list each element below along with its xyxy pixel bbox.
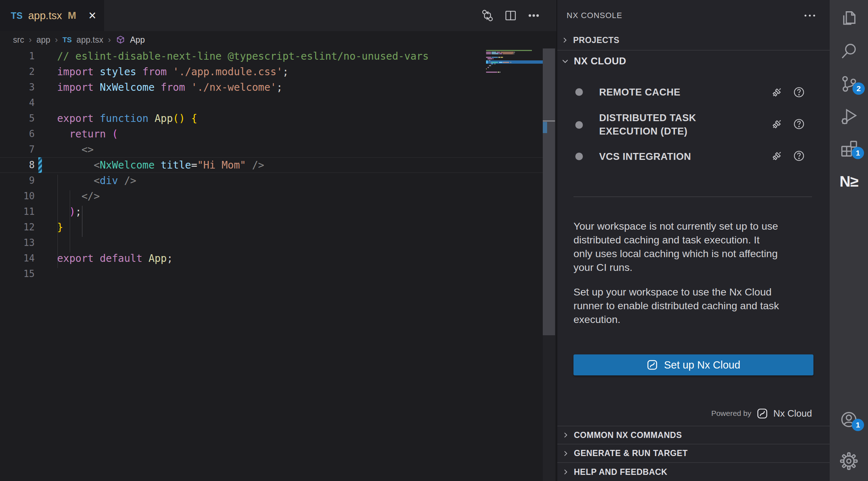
minimap-line [500, 52, 514, 53]
open-changes-icon[interactable] [481, 9, 494, 22]
nx-console-icon[interactable]: N≥ [839, 171, 859, 192]
line-number: 7 [0, 142, 35, 157]
minimap-line [487, 58, 493, 59]
connect-plug-icon[interactable] [771, 86, 783, 98]
line-number: 8 [0, 157, 35, 173]
minimap-modified-marker [486, 60, 488, 64]
feature-row-vcs: VCS INTEGRATION [557, 147, 830, 166]
line-number: 2 [0, 64, 35, 80]
editor-scrollbar[interactable] [543, 48, 555, 481]
help-question-icon[interactable] [793, 118, 805, 130]
extensions-badge: 1 [852, 147, 864, 159]
section-generate-run-target[interactable]: GENERATE & RUN TARGET [557, 444, 830, 462]
setup-button-label: Set up Nx Cloud [664, 359, 740, 371]
powered-by: Powered by Nx Cloud [557, 405, 812, 422]
feature-label: DISTRIBUTED TASK EXECUTION (DTE) [599, 111, 696, 138]
line-numbers-gutter: 123456789101112131415 [0, 48, 35, 282]
symbol-cube-icon [116, 35, 125, 45]
code-line: ); [57, 204, 429, 220]
breadcrumb-src[interactable]: src [13, 35, 24, 45]
explorer-icon[interactable] [839, 9, 859, 29]
split-editor-icon[interactable] [504, 9, 517, 22]
source-control-icon[interactable]: 2 [839, 74, 859, 94]
tab-bar: TS app.tsx M × [0, 0, 557, 31]
breadcrumb-file[interactable]: app.tsx [77, 35, 103, 45]
editor-group: TS app.tsx M × [0, 0, 557, 481]
code-line: <div /> [57, 173, 429, 188]
panel-more-actions-icon[interactable] [804, 11, 816, 20]
minimap-line [489, 65, 491, 66]
minimap-line [514, 53, 514, 54]
breadcrumb-symbol[interactable]: App [130, 35, 145, 45]
code-line: } [57, 220, 429, 235]
powered-by-label: Powered by [711, 409, 751, 418]
status-dot-icon [575, 153, 583, 160]
more-actions-icon[interactable] [527, 9, 541, 22]
connect-plug-icon[interactable] [771, 150, 783, 162]
section-label: PROJECTS [573, 35, 619, 45]
help-question-icon[interactable] [793, 150, 805, 162]
help-question-icon[interactable] [793, 86, 805, 98]
breadcrumb-app[interactable]: app [36, 35, 50, 45]
minimap-line [498, 72, 499, 73]
minimap-line [503, 53, 513, 54]
search-icon[interactable] [839, 41, 859, 61]
minimap-line [486, 50, 532, 51]
tab-app-tsx[interactable]: TS app.tsx M × [0, 0, 104, 31]
code-lines: // eslint-disable-next-line @typescript-… [57, 48, 429, 282]
typescript-file-icon: TS [11, 10, 23, 21]
line-number: 11 [0, 204, 35, 220]
minimap-line [514, 52, 515, 53]
activity-bar: 2 1 N≥ [830, 0, 868, 481]
nx-logo-glyph: N≥ [839, 171, 859, 192]
setup-nx-cloud-button[interactable]: Set up Nx Cloud [573, 354, 813, 375]
overview-ruler-cursor-marker [543, 120, 555, 122]
feature-label: VCS INTEGRATION [599, 150, 691, 163]
section-common-nx-commands[interactable]: COMMON NX COMMANDS [557, 426, 830, 444]
close-tab-icon[interactable]: × [89, 9, 96, 22]
connect-plug-icon[interactable] [771, 118, 783, 130]
accounts-badge: 1 [852, 419, 864, 431]
section-label: COMMON NX COMMANDS [574, 430, 682, 440]
editor-actions [481, 0, 541, 31]
accounts-icon[interactable]: 1 [839, 409, 859, 430]
code-editor[interactable]: 123456789101112131415 // eslint-disable-… [0, 48, 543, 481]
nx-cloud-logo-icon [646, 359, 658, 371]
minimap-line [500, 57, 503, 58]
code-line: // eslint-disable-next-line @typescript-… [57, 48, 429, 64]
vscode-window: TS app.tsx M × [0, 0, 868, 481]
line-number: 3 [0, 80, 35, 95]
section-label: HELP AND FEEDBACK [574, 467, 667, 477]
minimap-line [498, 57, 500, 58]
section-help-and-feedback[interactable]: HELP AND FEEDBACK [557, 463, 830, 481]
minimap-line [499, 53, 503, 54]
chevron-right-icon [562, 431, 570, 439]
code-line [57, 235, 429, 251]
scrollbar-slider[interactable] [543, 48, 555, 335]
section-projects[interactable]: PROJECTS [557, 32, 830, 48]
chevron-right-icon [562, 468, 570, 476]
content-divider [573, 196, 812, 197]
extensions-icon[interactable]: 1 [839, 139, 859, 159]
git-modified-gutter-marker [38, 157, 42, 173]
code-line: </> [57, 188, 429, 204]
panel-title: NX CONSOLE [567, 11, 622, 20]
line-number: 10 [0, 188, 35, 204]
line-number: 9 [0, 173, 35, 188]
minimap-line [491, 57, 498, 58]
code-line: import NxWelcome from './nx-welcome'; [57, 80, 429, 95]
section-nx-cloud[interactable]: NX CLOUD [557, 51, 830, 72]
line-number: 4 [0, 95, 35, 111]
run-debug-icon[interactable] [839, 106, 859, 127]
breadcrumb-separator: › [55, 35, 58, 45]
feature-row-remote-cache: REMOTE CACHE [557, 81, 830, 103]
minimap-line [486, 68, 487, 69]
code-line [57, 266, 429, 282]
minimap-line [486, 53, 491, 54]
settings-gear-icon[interactable] [839, 451, 859, 471]
line-number: 1 [0, 48, 35, 64]
minimap-line [493, 58, 494, 59]
minimap[interactable] [486, 50, 543, 129]
source-control-badge: 2 [852, 82, 865, 95]
line-number: 13 [0, 235, 35, 251]
